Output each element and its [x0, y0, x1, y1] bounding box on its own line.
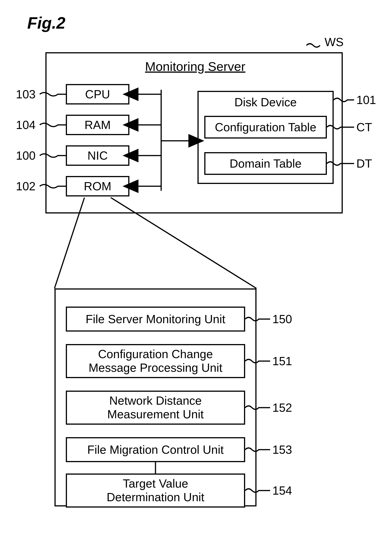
unit-150-text: File Server Monitoring Unit [66, 312, 245, 326]
rom-text: ROM [66, 179, 129, 193]
nic-text: NIC [66, 149, 129, 162]
cpu-text: CPU [66, 87, 129, 101]
ref-101: 101 [356, 93, 376, 107]
figure-title: Fig.2 [27, 14, 65, 32]
ref-102: 102 [16, 179, 36, 193]
unit-154-text: Target Value Determination Unit [66, 477, 245, 504]
monitoring-server-title: Monitoring Server [139, 59, 252, 74]
ref-dt: DT [356, 157, 372, 170]
ref-ct: CT [356, 120, 372, 134]
ref-103: 103 [16, 87, 36, 101]
ws-label: WS [325, 35, 344, 49]
unit-151-text: Configuration Change Message Processing … [66, 348, 245, 375]
ref-151: 151 [272, 354, 292, 368]
ref-153: 153 [272, 443, 292, 457]
configuration-table-text: Configuration Table [204, 120, 327, 134]
ref-150: 150 [272, 312, 292, 326]
ref-152: 152 [272, 401, 292, 415]
ref-104: 104 [16, 118, 36, 132]
unit-152-text: Network Distance Measurement Unit [66, 394, 245, 421]
disk-device-title: Disk Device [197, 95, 334, 109]
domain-table-text: Domain Table [204, 157, 327, 170]
ref-154: 154 [272, 484, 292, 497]
ram-text: RAM [66, 118, 129, 132]
ref-100: 100 [16, 149, 36, 162]
unit-153-text: File Migration Control Unit [66, 443, 245, 457]
